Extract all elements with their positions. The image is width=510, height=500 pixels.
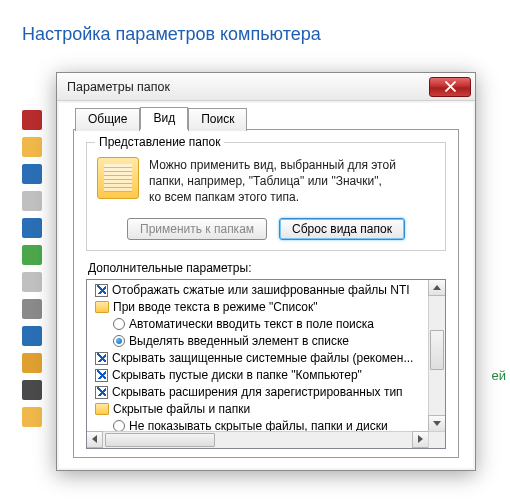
tab-search[interactable]: Поиск [188, 108, 247, 131]
tree-row-label: Скрывать расширения для зарегистрированн… [112, 385, 403, 399]
tree-row-3[interactable]: Выделять введенный элемент в списке [89, 333, 426, 350]
advanced-settings-label: Дополнительные параметры: [88, 261, 446, 275]
vertical-scroll-thumb[interactable] [430, 330, 444, 370]
checkbox[interactable] [95, 386, 108, 399]
tree-row-8[interactable]: Не показывать скрытые файлы, папки и дис… [89, 418, 426, 431]
folder-icon [97, 157, 139, 199]
sidebar-icon-10[interactable] [22, 380, 42, 400]
tree-row-6[interactable]: Скрывать расширения для зарегистрированн… [89, 384, 426, 401]
radio[interactable] [113, 420, 125, 431]
tree-row-label: Скрывать пустые диски в папке "Компьютер… [112, 368, 362, 382]
tree-row-label: Выделять введенный элемент в списке [129, 334, 349, 348]
tree-row-label: Не показывать скрытые файлы, папки и дис… [129, 419, 388, 431]
tree-row-2[interactable]: Автоматически вводить текст в поле поиск… [89, 316, 426, 333]
dialog-body: Общие Вид Поиск Представление папок Можн… [59, 103, 473, 468]
sidebar-icon-4[interactable] [22, 218, 42, 238]
tree-row-label: Отображать сжатые или зашифрованные файл… [112, 283, 410, 297]
tree-row-label: При вводе текста в режиме "Список" [113, 300, 318, 314]
tab-view[interactable]: Вид [140, 107, 188, 130]
sidebar-icon-2[interactable] [22, 164, 42, 184]
folder-views-legend: Представление папок [95, 135, 224, 149]
scroll-corner [428, 431, 445, 448]
radio[interactable] [113, 335, 125, 347]
advanced-settings-tree[interactable]: Отображать сжатые или зашифрованные файл… [86, 279, 446, 449]
tree-row-1[interactable]: При вводе текста в режиме "Список" [89, 299, 426, 316]
sidebar-icon-7[interactable] [22, 299, 42, 319]
sidebar-icon-9[interactable] [22, 353, 42, 373]
scroll-left-button[interactable] [86, 431, 103, 448]
checkbox[interactable] [95, 352, 108, 365]
folder-icon [95, 403, 109, 415]
truncated-link-fragment: ей [492, 368, 507, 383]
tree-row-label: Скрывать защищенные системные файлы (рек… [112, 351, 413, 365]
checkbox[interactable] [95, 369, 108, 382]
sidebar-icon-0[interactable] [22, 110, 42, 130]
page-title: Настройка параметров компьютера [22, 24, 321, 45]
folder-views-group: Представление папок Можно применить вид,… [86, 142, 446, 251]
vertical-scrollbar[interactable] [428, 280, 445, 431]
dialog-title: Параметры папок [67, 80, 429, 94]
scroll-right-button[interactable] [412, 431, 429, 448]
apply-to-folders-button[interactable]: Применить к папкам [127, 218, 267, 240]
dialog-titlebar[interactable]: Параметры папок [57, 73, 475, 101]
close-icon [445, 81, 456, 92]
sidebar-icon-8[interactable] [22, 326, 42, 346]
sidebar-icon-3[interactable] [22, 191, 42, 211]
tree-row-0[interactable]: Отображать сжатые или зашифрованные файл… [89, 282, 426, 299]
horizontal-scrollbar[interactable] [87, 431, 428, 448]
tree-row-5[interactable]: Скрывать пустые диски в папке "Компьютер… [89, 367, 426, 384]
tree-row-label: Автоматически вводить текст в поле поиск… [129, 317, 374, 331]
tab-panel-view: Представление папок Можно применить вид,… [73, 129, 459, 458]
sidebar-icon-11[interactable] [22, 407, 42, 427]
sidebar-icon-1[interactable] [22, 137, 42, 157]
control-panel-sidebar [22, 110, 50, 434]
tree-row-7[interactable]: Скрытые файлы и папки [89, 401, 426, 418]
folder-options-dialog: Параметры папок Общие Вид Поиск Представ… [56, 72, 476, 471]
radio[interactable] [113, 318, 125, 330]
close-button[interactable] [429, 77, 471, 97]
scroll-down-button[interactable] [428, 415, 446, 432]
folder-icon [95, 301, 109, 313]
scroll-up-button[interactable] [428, 279, 446, 296]
folder-views-description: Можно применить вид, выбранный для этой … [149, 157, 396, 206]
sidebar-icon-6[interactable] [22, 272, 42, 292]
sidebar-icon-5[interactable] [22, 245, 42, 265]
tree-row-4[interactable]: Скрывать защищенные системные файлы (рек… [89, 350, 426, 367]
tabstrip: Общие Вид Поиск [73, 107, 459, 130]
tab-general[interactable]: Общие [75, 108, 140, 131]
reset-folders-button[interactable]: Сброс вида папок [279, 218, 405, 240]
checkbox[interactable] [95, 284, 108, 297]
tree-row-label: Скрытые файлы и папки [113, 402, 250, 416]
horizontal-scroll-thumb[interactable] [105, 433, 215, 447]
